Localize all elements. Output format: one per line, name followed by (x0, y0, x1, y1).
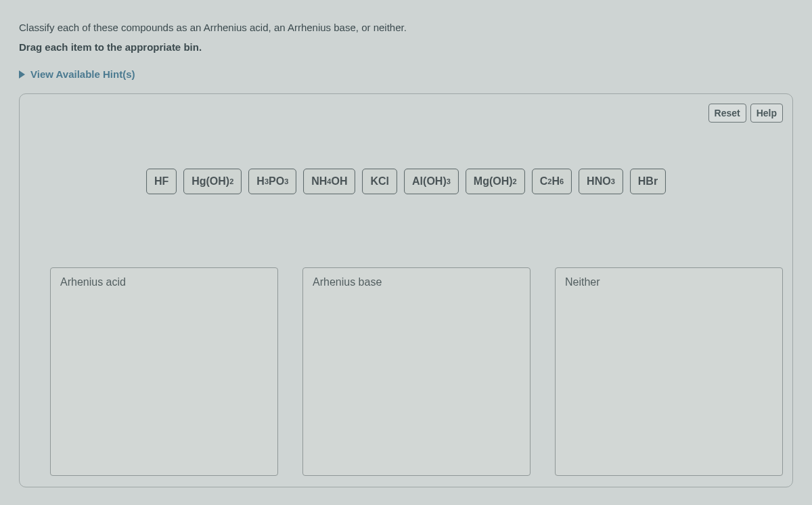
tile-nh4oh[interactable]: NH4OH (303, 169, 355, 194)
bins-row: Arhenius acid Arhenius base Neither (50, 267, 783, 476)
tile-hgoh2[interactable]: Hg(OH)2 (183, 169, 242, 194)
tile-kcl[interactable]: KCl (362, 169, 397, 194)
tile-c2h6[interactable]: C2H6 (532, 169, 572, 194)
tile-aloh3[interactable]: Al(OH)3 (404, 169, 459, 194)
bin-arrhenius-base[interactable]: Arhenius base (302, 267, 531, 476)
bin-arrhenius-acid[interactable]: Arhenius acid (50, 267, 278, 476)
instruction-line-2: Drag each item to the appropriate bin. (19, 40, 793, 56)
reset-button[interactable]: Reset (708, 104, 746, 123)
bin-label-base: Arhenius base (313, 276, 520, 288)
tile-mgoh2[interactable]: Mg(OH)2 (466, 169, 525, 194)
tile-hf[interactable]: HF (146, 169, 177, 194)
tile-hno3[interactable]: HNO3 (579, 169, 623, 194)
instructions: Classify each of these compounds as an A… (19, 20, 793, 55)
triangle-right-icon (19, 70, 25, 79)
bin-neither[interactable]: Neither (555, 267, 783, 476)
tiles-row: HF Hg(OH)2 H3PO3 NH4OH KCl Al(OH)3 Mg(OH… (20, 169, 792, 194)
hints-label: View Available Hint(s) (30, 68, 135, 80)
instruction-line-1: Classify each of these compounds as an A… (19, 20, 793, 36)
view-hints-toggle[interactable]: View Available Hint(s) (19, 68, 135, 80)
help-button[interactable]: Help (750, 104, 783, 123)
bin-label-acid: Arhenius acid (60, 276, 268, 288)
workspace-panel: Reset Help HF Hg(OH)2 H3PO3 NH4OH KCl Al… (19, 93, 793, 487)
action-buttons: Reset Help (708, 104, 783, 123)
tile-h3po3[interactable]: H3PO3 (248, 169, 296, 194)
tile-hbr[interactable]: HBr (630, 169, 666, 194)
bin-label-neither: Neither (565, 276, 773, 288)
